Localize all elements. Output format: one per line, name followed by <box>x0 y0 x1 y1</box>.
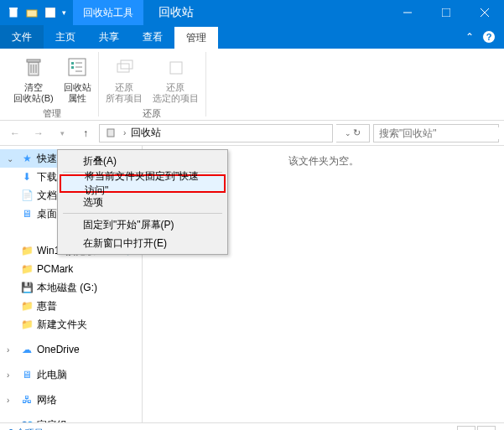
tree-label: 桌面 <box>37 207 57 221</box>
tree-label: 惠普 <box>37 299 57 313</box>
ribbon-group-restore: 还原 所有项目 还原 选定的项目 还原 <box>99 52 206 117</box>
tree-new-folder[interactable]: 📁 新建文件夹 <box>0 315 142 334</box>
tree-label: 本地磁盘 (G:) <box>37 281 97 295</box>
svg-rect-2 <box>27 10 37 17</box>
view-details-button[interactable] <box>457 426 475 431</box>
tree-this-pc[interactable]: › 🖥 此电脑 <box>0 365 142 384</box>
breadcrumb-chevron-icon[interactable]: › <box>123 128 126 137</box>
ribbon-group-manage: 清空 回收站(B) 回收站 属性 管理 <box>7 52 99 117</box>
folder-icon: 📁 <box>20 244 34 257</box>
up-button[interactable]: ↑ <box>75 123 96 143</box>
ctx-pin-to-quick-access[interactable]: 将当前文件夹固定到"快速访问" <box>60 174 226 193</box>
star-icon: ★ <box>20 152 34 165</box>
dropdown-chevron-icon: ⌄ <box>345 129 351 137</box>
tree-network[interactable]: › 🖧 网络 <box>0 391 142 409</box>
expand-icon[interactable]: › <box>7 421 17 423</box>
network-icon: 🖧 <box>20 393 34 407</box>
pc-icon: 🖥 <box>20 368 34 381</box>
svg-rect-0 <box>10 9 17 17</box>
expand-icon[interactable]: › <box>7 396 17 405</box>
tree-label: 下载 <box>37 170 57 184</box>
recent-dropdown[interactable]: ▾ <box>52 123 72 143</box>
view-tab[interactable]: 查看 <box>131 25 174 49</box>
close-button[interactable] <box>465 0 504 25</box>
ctx-collapse[interactable]: 折叠(A) <box>60 152 226 170</box>
svg-rect-3 <box>45 8 55 18</box>
file-tab[interactable]: 文件 <box>0 25 44 49</box>
home-tab[interactable]: 主页 <box>44 25 87 49</box>
folder-icon: 📁 <box>20 262 34 276</box>
breadcrumb[interactable]: › 回收站 <box>99 124 333 142</box>
forward-button: → <box>29 123 49 143</box>
tree-label: 家庭组 <box>37 418 67 423</box>
desktop-icon: 🖥 <box>20 207 34 220</box>
expand-icon[interactable]: › <box>7 370 17 380</box>
ribbon-expand-icon[interactable]: ⌃ <box>465 31 474 43</box>
search-box[interactable]: 🔍 <box>373 124 499 142</box>
tree-label: 此电脑 <box>37 368 67 382</box>
status-bar: 0 个项目 <box>0 422 504 430</box>
folder-icon: 📁 <box>20 318 34 331</box>
svg-rect-14 <box>71 62 74 65</box>
tree-label: PCMark <box>37 263 73 275</box>
window-controls <box>388 0 504 25</box>
tree-homegroup[interactable]: › 👥 家庭组 <box>0 416 142 422</box>
address-dropdown[interactable]: ⌄ ↻ <box>336 124 370 142</box>
item-count: 0 个项目 <box>8 427 44 430</box>
refresh-icon[interactable]: ↻ <box>353 127 361 138</box>
address-bar: ← → ▾ ↑ › 回收站 ⌄ ↻ 🔍 <box>0 121 504 146</box>
svg-rect-16 <box>71 66 74 69</box>
svg-rect-20 <box>121 60 132 69</box>
svg-rect-1 <box>9 8 18 9</box>
tree-hp[interactable]: 📁 惠普 <box>0 297 142 315</box>
maximize-button[interactable] <box>427 0 465 25</box>
properties-icon[interactable] <box>44 6 57 19</box>
contextual-tab[interactable]: 回收站工具 <box>73 0 143 25</box>
titlebar: ▾ 回收站工具 回收站 <box>0 0 504 25</box>
qat-dropdown-icon[interactable]: ▾ <box>62 8 66 17</box>
tree-label: OneDrive <box>37 344 80 355</box>
svg-rect-21 <box>170 62 182 74</box>
svg-rect-9 <box>27 60 40 62</box>
expand-icon[interactable]: › <box>7 345 17 355</box>
group-label-restore: 还原 <box>143 107 161 120</box>
folder-icon: 📁 <box>20 299 34 313</box>
search-input[interactable] <box>379 127 504 139</box>
restore-all-button: 还原 所有项目 <box>104 52 144 106</box>
quick-access-toolbar: ▾ <box>0 6 73 19</box>
restore-selected-icon <box>162 54 189 80</box>
recycle-bin-properties-button[interactable]: 回收站 属性 <box>62 52 93 106</box>
svg-rect-19 <box>117 64 129 72</box>
folder-icon[interactable] <box>25 6 39 19</box>
view-icons-button[interactable] <box>477 426 496 431</box>
disk-icon: 💾 <box>20 281 34 294</box>
cloud-icon: ☁ <box>20 343 34 356</box>
tree-label: 新建文件夹 <box>37 318 87 332</box>
tree-label: 网络 <box>37 393 57 407</box>
document-icon: 📄 <box>20 189 34 202</box>
expand-icon[interactable]: ⌄ <box>7 154 17 163</box>
restore-selected-button: 还原 选定的项目 <box>151 52 200 106</box>
ctx-separator <box>63 213 222 214</box>
tree-local-disk[interactable]: 💾 本地磁盘 (G:) <box>0 278 142 297</box>
ctx-pin-to-start[interactable]: 固定到"开始"屏幕(P) <box>60 215 226 234</box>
ctx-open-new-window[interactable]: 在新窗口中打开(E) <box>60 234 226 252</box>
restore-all-icon <box>111 54 138 80</box>
tree-label: 文档 <box>37 189 57 203</box>
breadcrumb-location[interactable]: 回收站 <box>131 126 161 140</box>
empty-recycle-bin-button[interactable]: 清空 回收站(B) <box>12 52 55 106</box>
help-icon[interactable]: ? <box>482 30 496 44</box>
ribbon-tabs: 文件 主页 共享 查看 管理 ⌃ ? <box>0 25 504 49</box>
minimize-button[interactable] <box>388 0 427 25</box>
window-title: 回收站 <box>143 0 209 25</box>
context-menu: 折叠(A) 将当前文件夹固定到"快速访问" 选项 固定到"开始"屏幕(P) 在新… <box>57 149 228 255</box>
tree-onedrive[interactable]: › ☁ OneDrive <box>0 340 142 359</box>
back-button: ← <box>5 123 25 143</box>
recycle-bin-small-icon <box>105 127 118 140</box>
properties-checklist-icon <box>64 54 91 80</box>
share-tab[interactable]: 共享 <box>87 25 131 49</box>
ribbon: 清空 回收站(B) 回收站 属性 管理 还原 所有项目 还原 选定的项目 还原 <box>0 49 504 121</box>
manage-tab[interactable]: 管理 <box>174 25 218 49</box>
group-label-manage: 管理 <box>43 107 61 120</box>
tree-pcmark[interactable]: 📁 PCMark <box>0 260 142 278</box>
